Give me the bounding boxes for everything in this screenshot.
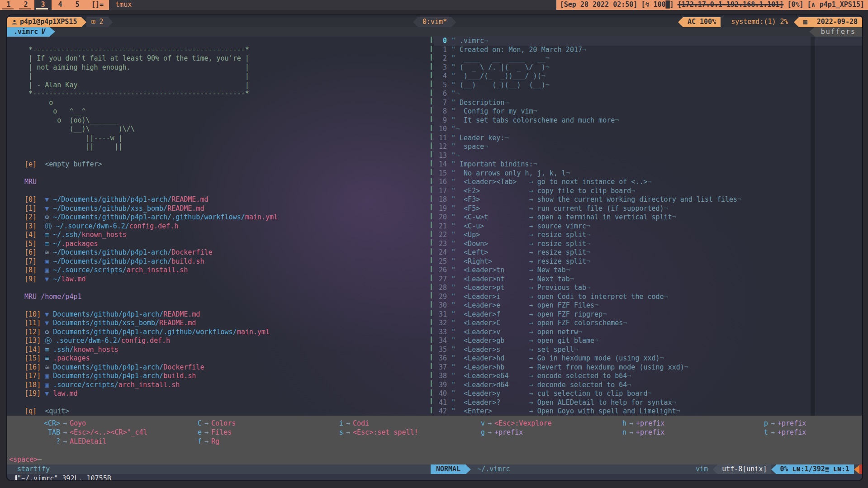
sh-file-icon: ▣ <box>45 372 53 380</box>
startify-entry[interactable]: [19] ▼ law.md <box>16 389 429 398</box>
vimrc-line: 38" <Leader>e64 → encode selected to b64… <box>434 372 862 381</box>
whichkey-binding[interactable]: h→+prefix <box>598 419 736 428</box>
dwm-cpu: [0%] <box>787 0 803 9</box>
startify-quote-line: *---------------------------------------… <box>16 90 429 99</box>
sh-file-icon: ▣ <box>45 381 53 389</box>
whichkey-binding[interactable]: v→<Esc>:Vexplore <box>457 419 595 428</box>
tab-vimrc[interactable]: .vimrc V <box>7 27 50 37</box>
startify-entry[interactable]: [5] ≡ ~/.packages <box>16 240 429 249</box>
tmux-window-name[interactable]: 0:vim* <box>418 17 451 27</box>
startify-entry[interactable]: [12] ⚙ Documents/github/p4p1-arch/.githu… <box>16 328 429 337</box>
startify-entry[interactable]: [7] ▣ ~/Documents/github/p4p1-arch/build… <box>16 257 429 266</box>
vimrc-line: 25" <Right> → resize split¬ <box>434 257 862 266</box>
whichkey-binding[interactable]: s→<Esc>:set spell! <box>315 428 453 437</box>
whichkey-binding[interactable]: n→+prefix <box>598 428 736 437</box>
startify-entry[interactable]: [1] ▼ ~/Documents/github/xss_bomb/README… <box>16 204 429 213</box>
whichkey-binding[interactable]: ?→ALEDetail <box>32 437 170 446</box>
whichkey-binding[interactable]: i→Codi <box>315 419 453 428</box>
startify-entry[interactable]: [18] ▣ .source/scripts/arch_install.sh <box>16 381 429 390</box>
startify-entry[interactable]: [4] ≡ ~/.ssh/known_hosts <box>16 231 429 240</box>
whichkey-binding[interactable]: e→Files <box>174 428 312 437</box>
whichkey-binding[interactable]: C→Colors <box>174 419 312 428</box>
vimrc-line: 14" Important bindins:¬ <box>434 160 862 169</box>
whichkey-binding[interactable]: t→+prefix <box>740 428 862 437</box>
desktop: 12345 []= tmux [Sep 28 2022 02:50] [↯ 10… <box>0 0 868 488</box>
line-number: 20 <box>434 213 447 222</box>
startify-entry[interactable]: [8] ▣ ~/.source/scripts/arch_install.sh <box>16 266 429 275</box>
startify-empty-buffer[interactable]: [e] <empty buffer> <box>16 160 429 169</box>
line-number: 21 <box>434 222 447 231</box>
terminal-window: p4p1@p4p1XPS15 ⊞ 2 0:vim* AC 100% system… <box>7 15 862 480</box>
whichkey-binding[interactable]: TAB→<Esc>/<..><CR>"_c4l <box>32 428 170 437</box>
startify-entry[interactable]: [11] ▼ Documents/github/xss_bomb/README.… <box>16 319 429 328</box>
dwm-tag-1[interactable]: 1 <box>0 0 17 10</box>
dwm-status-text: [Sep 28 2022 02:50] [↯ 100█] [172.17.0.1… <box>556 0 868 10</box>
startify-entry[interactable]: [15] ≡ .packages <box>16 354 429 363</box>
startify-cow-line: || || <box>16 142 429 152</box>
line-number: 9 <box>434 116 447 125</box>
startify-quote-line: | | <box>16 72 429 81</box>
tmux-window-count: ⊞ 2 <box>86 17 108 27</box>
line-number: 34 <box>434 336 447 346</box>
chevron-icon <box>678 17 683 27</box>
vimrc-line: 34" <Leader>gb → open git blame¬ <box>434 336 862 346</box>
statusline-vimrc: NORMAL ~/.vimrc vim utf-8[unix] 0% ʟɴ:1/… <box>431 464 862 474</box>
vimrc-line: 7" Description¬ <box>434 99 862 108</box>
line-number: 18 <box>434 195 447 204</box>
vimrc-line: 17" <F2> → copy file to clip board¬ <box>434 187 862 196</box>
whichkey-binding[interactable]: <CR>→Goyo <box>32 419 170 428</box>
chevron-icon <box>712 465 717 474</box>
window-separator[interactable] <box>431 37 432 416</box>
dwm-window-title: tmux <box>109 0 138 10</box>
md-file-icon: ▼ <box>45 195 53 204</box>
startify-cow-line: o ^__^ <box>16 107 429 116</box>
vimrc-line: 36" <Leader>hd → Go in hexdump mode (usi… <box>434 354 862 363</box>
md-file-icon: ▼ <box>45 275 53 283</box>
dwm-tag-4[interactable]: 4 <box>52 0 69 10</box>
tmux-right-status: AC 100% systemd:(1) 2% ▦ 2022-09-28 <box>678 17 862 27</box>
tmux-ac-power: AC 100% <box>683 17 721 27</box>
startify-entry[interactable]: [3] Ⓗ ~/.source/dwm-6.2/config.def.h <box>16 222 429 231</box>
startify-quote-line: | - Alan Kay | <box>16 81 429 90</box>
vimrc-pane[interactable]: 0" .vimrc¬1" Created on: Mon, 20 March 2… <box>434 37 862 416</box>
startify-entry[interactable]: [14] ≡ .ssh/known_hosts <box>16 346 429 355</box>
vimrc-line: 20" <C-w>t → open a terminal in vertical… <box>434 213 862 222</box>
buffers-label[interactable]: buffers <box>815 27 862 37</box>
startify-quote-line: | If you don't fail at least 90% of the … <box>16 54 429 63</box>
startify-entry[interactable]: [16] ≋ Documents/github/p4p1-arch/Docker… <box>16 363 429 372</box>
docker-file-icon: ≋ <box>45 248 53 256</box>
chevron-icon <box>81 17 86 27</box>
dwm-tag-2[interactable]: 2 <box>17 0 34 10</box>
startify-row <box>16 398 429 407</box>
startify-entry[interactable]: [2] ⚙ ~/Documents/github/p4p1-arch/.gith… <box>16 213 429 222</box>
whichkey-binding[interactable]: g→+prefix <box>457 428 595 437</box>
terminal-cursor <box>15 475 17 481</box>
startify-entry[interactable]: [6] ≋ ~/Documents/github/p4p1-arch/Docke… <box>16 248 429 257</box>
vimrc-line: 11" Leader key:¬ <box>434 134 862 143</box>
startify-entry[interactable]: [10] ▼ Documents/github/p4p1-arch/README… <box>16 310 429 319</box>
dwm-tag-5[interactable]: 5 <box>69 0 86 10</box>
startify-entry[interactable]: [9] ▼ ~/law.md <box>16 275 429 284</box>
tag-indicator <box>19 8 31 9</box>
dwm-layout-symbol[interactable]: []= <box>86 0 109 10</box>
whichkey-binding[interactable]: p→+prefix <box>740 419 862 428</box>
tmux-current-window[interactable]: 0:vim* <box>413 17 456 27</box>
dwm-datetime: [Sep 28 2022 02:50] <box>560 0 638 9</box>
startify-pane[interactable]: *---------------------------------------… <box>7 37 429 416</box>
startify-quote-line: *---------------------------------------… <box>16 46 429 55</box>
line-number: 40 <box>434 389 447 398</box>
line-number: 25 <box>434 257 447 266</box>
startify-entry[interactable]: [0] ▼ ~/Documents/github/p4p1-arch/READM… <box>16 195 429 204</box>
vimrc-line: 8" Config for my vim¬ <box>434 107 862 116</box>
line-number: 24 <box>434 248 447 257</box>
vimrc-line: 21" <C-u> → source vimrc¬ <box>434 222 862 231</box>
startify-entry[interactable]: [13] Ⓗ .source/dwm-6.2/config.def.h <box>16 336 429 346</box>
md-file-icon: ▼ <box>45 389 53 398</box>
dwm-tag-3[interactable]: 3 <box>34 0 52 10</box>
startify-quit[interactable]: [q] <quit> <box>16 407 429 416</box>
calendar-icon: ▦ <box>803 18 807 27</box>
startify-entry[interactable]: [17] ▣ Documents/github/p4p1-arch/build.… <box>16 372 429 381</box>
whichkey-binding[interactable]: f→Rg <box>174 437 312 446</box>
line-number: 19 <box>434 204 447 213</box>
tmux-session-name: p4p1@p4p1XPS15 <box>20 18 77 27</box>
